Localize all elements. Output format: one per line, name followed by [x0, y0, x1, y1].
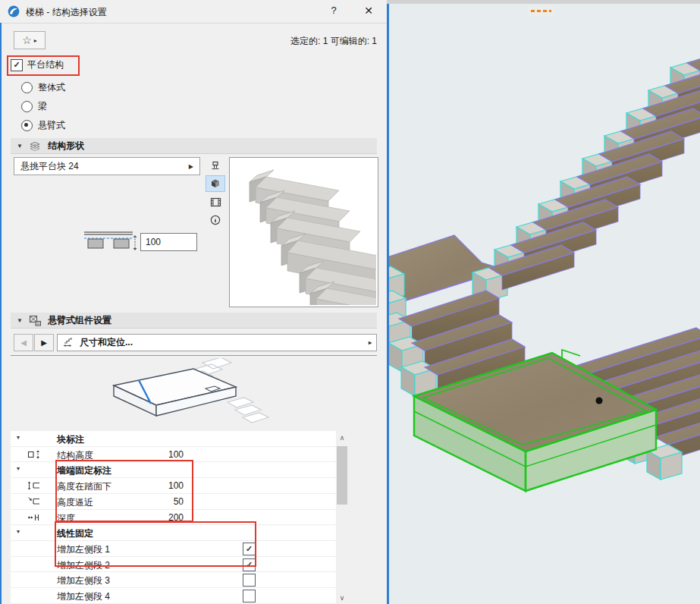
- component-settings-icon: [29, 315, 42, 326]
- close-button[interactable]: ✕: [359, 5, 378, 18]
- table-row[interactable]: ▾墙端固定标注: [11, 462, 336, 478]
- section-cantilever[interactable]: ▼ 悬臂式组件设置: [11, 313, 377, 329]
- expander-icon[interactable]: ▾: [17, 434, 20, 441]
- row-value[interactable]: 100: [117, 480, 184, 491]
- dialog-titlebar[interactable]: 楼梯 - 结构选择设置 ? ✕: [0, 0, 387, 24]
- viewport-3d[interactable]: [389, 4, 700, 604]
- collapse-icon: ▼: [17, 143, 23, 149]
- row-label: 线性固定: [57, 527, 93, 540]
- structure-type-option[interactable]: 悬臂式: [21, 116, 65, 135]
- table-row[interactable]: 深度200: [11, 510, 336, 526]
- divider: [11, 355, 377, 356]
- row-checkbox[interactable]: [243, 574, 256, 587]
- height-under-tread-icon: [27, 480, 40, 493]
- radio-label: 梁: [38, 100, 47, 113]
- geometry-panel-icon: [62, 337, 74, 348]
- table-row[interactable]: ▾线性固定: [11, 525, 336, 541]
- window-edge: [0, 23, 2, 604]
- platform-structure-row[interactable]: ✓ 平台结构: [11, 58, 64, 71]
- platform-structure-checkbox[interactable]: ✓: [11, 59, 23, 71]
- scroll-down-icon[interactable]: ∨: [336, 591, 348, 604]
- panel-prev-button[interactable]: ◀: [14, 334, 33, 351]
- table-row[interactable]: 增加左侧段 2✓: [11, 557, 336, 573]
- check-icon: ✓: [13, 60, 20, 70]
- table-row[interactable]: 增加左侧段 1✓: [11, 541, 336, 557]
- shape-stack-icon: [29, 141, 42, 151]
- radio-button[interactable]: [21, 101, 33, 112]
- row-value[interactable]: 200: [117, 512, 184, 523]
- stair-settings-dialog: 楼梯 - 结构选择设置 ? ✕ ☆ ▸ 选定的: 1 可编辑的: 1 ✓ 平台结…: [0, 0, 387, 604]
- orange-dashes-icon: [531, 10, 551, 12]
- flyout-arrow-icon: ▸: [34, 37, 37, 44]
- radio-button[interactable]: [21, 120, 33, 131]
- row-value[interactable]: 50: [117, 496, 184, 507]
- structure-type-radiogroup: 整体式梁悬臂式: [21, 78, 65, 135]
- section-cantilever-label: 悬臂式组件设置: [48, 314, 111, 327]
- preview-stair-image: [230, 158, 376, 305]
- table-row[interactable]: 结构高度100: [11, 447, 336, 463]
- view-animation-button[interactable]: [206, 193, 225, 210]
- film-icon: [210, 197, 221, 207]
- row-checkbox[interactable]: ✓: [243, 543, 256, 555]
- row-label: 块标注: [57, 433, 84, 446]
- table-scrollbar[interactable]: ∧ ∨: [336, 431, 348, 604]
- row-label: 增加左侧段 1: [57, 543, 110, 556]
- table-row[interactable]: ▾块标注: [11, 431, 336, 447]
- table-row[interactable]: 高度在踏面下100: [11, 478, 336, 494]
- landing-sketch: [72, 358, 284, 429]
- structure-height-icon: [27, 449, 40, 462]
- row-label: 墙端固定标注: [57, 464, 111, 477]
- view-info-button[interactable]: [206, 212, 225, 228]
- table-row[interactable]: 增加左侧段 3: [11, 572, 336, 588]
- star-icon: ☆: [22, 35, 32, 46]
- panel-next-button[interactable]: ▶: [34, 334, 54, 351]
- structure-type-option[interactable]: 整体式: [21, 78, 65, 97]
- platform-structure-label: 平台结构: [27, 58, 64, 71]
- row-label: 深度: [57, 512, 75, 525]
- radio-label: 整体式: [38, 81, 65, 94]
- structure-type-option[interactable]: 梁: [21, 97, 65, 116]
- thickness-value: 100: [146, 237, 161, 247]
- structure-preset-value: 悬挑平台块 24: [20, 160, 79, 173]
- structure-preview: [229, 157, 378, 307]
- stair-3d-scene: [389, 4, 700, 604]
- row-label: 高度逼近: [57, 496, 93, 509]
- structure-preset-dropdown[interactable]: 悬挑平台块 24 ▶: [14, 157, 200, 175]
- row-value[interactable]: 100: [117, 449, 184, 460]
- help-button[interactable]: ?: [325, 5, 343, 18]
- scrollbar-thumb[interactable]: [337, 446, 347, 505]
- properties-table: ▾块标注结构高度100▾墙端固定标注高度在踏面下100高度逼近50深度200▾线…: [11, 431, 336, 604]
- row-checkbox[interactable]: ✓: [243, 558, 256, 571]
- section-structure-shape-label: 结构形状: [48, 140, 84, 153]
- view-symbol-button[interactable]: [206, 157, 225, 174]
- info-icon: [210, 215, 221, 225]
- scroll-up-icon[interactable]: ∧: [336, 431, 348, 444]
- radio-label: 悬臂式: [38, 119, 65, 132]
- viewport-marker-tab[interactable]: [528, 5, 554, 17]
- table-row[interactable]: 高度逼近50: [11, 494, 336, 510]
- expander-icon[interactable]: ▾: [17, 528, 20, 535]
- section-structure-shape[interactable]: ▼ 结构形状: [11, 138, 377, 154]
- prev-arrow-icon: ◀: [20, 338, 27, 347]
- symbol-pin-icon: [210, 160, 221, 171]
- row-checkbox[interactable]: [243, 590, 256, 602]
- panel-selector-label: 尺寸和定位...: [80, 336, 133, 349]
- row-label: 高度在踏面下: [57, 480, 111, 493]
- depth-icon: [27, 512, 40, 525]
- row-label: 增加左侧段 2: [57, 559, 110, 572]
- row-label: 结构高度: [57, 449, 93, 462]
- archicad-logo-icon: [8, 5, 20, 17]
- dialog-title: 楼梯 - 结构选择设置: [26, 6, 107, 19]
- expander-icon[interactable]: ▾: [17, 465, 20, 472]
- favorites-button[interactable]: ☆ ▸: [14, 31, 46, 49]
- row-label: 增加左侧段 4: [57, 590, 110, 603]
- view-3d-button[interactable]: [206, 175, 225, 192]
- panel-selector-dropdown[interactable]: 尺寸和定位... ▸: [57, 334, 377, 351]
- table-row[interactable]: 增加左侧段 4: [11, 588, 336, 604]
- panel-selector-arrow-icon: ▸: [369, 339, 372, 346]
- hotspot-dot: [596, 398, 603, 404]
- radio-button[interactable]: [21, 82, 33, 93]
- thickness-input[interactable]: 100: [140, 233, 197, 251]
- next-arrow-icon: ▶: [41, 338, 47, 347]
- collapse-icon: ▼: [17, 317, 23, 324]
